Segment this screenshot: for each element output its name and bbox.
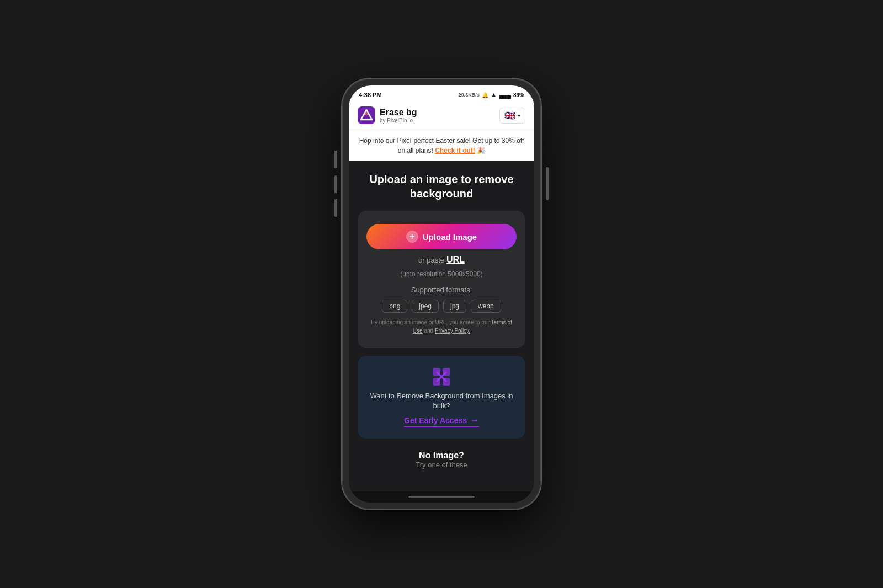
app-name: Erase bg bbox=[380, 108, 417, 117]
early-access-label: Get Early Access bbox=[404, 416, 467, 425]
or-paste-text: or paste bbox=[418, 256, 444, 264]
upload-card: + Upload Image or paste URL (upto resolu… bbox=[358, 211, 525, 348]
network-info: 29.3KB/s bbox=[459, 92, 480, 98]
status-bar: 4:38 PM 29.3KB/s 🔔 ▲ ▄▄▄ 89% bbox=[349, 85, 534, 102]
bluetooth-icon: ▲ bbox=[491, 91, 497, 99]
status-icons: 29.3KB/s 🔔 ▲ ▄▄▄ 89% bbox=[459, 91, 524, 99]
phone-screen: 4:38 PM 29.3KB/s 🔔 ▲ ▄▄▄ 89% bbox=[349, 85, 534, 503]
terms-intro: By uploading an image or URL, you agree … bbox=[371, 319, 490, 325]
terms-and: and bbox=[424, 328, 434, 334]
or-paste-row: or paste URL bbox=[418, 255, 465, 265]
main-content: Upload an image to remove background + U… bbox=[349, 161, 534, 491]
home-bar bbox=[408, 496, 475, 498]
status-time: 4:38 PM bbox=[359, 92, 382, 98]
logo-area: Erase bg by PixelBin.io bbox=[358, 106, 417, 124]
promo-banner: Hop into our Pixel-perfect Easter sale! … bbox=[349, 130, 534, 161]
format-jpeg: jpeg bbox=[412, 300, 439, 313]
format-png: png bbox=[382, 300, 407, 313]
bulk-icon bbox=[432, 367, 451, 387]
format-jpg: jpg bbox=[443, 300, 466, 313]
resolution-text: (upto resolution 5000x5000) bbox=[400, 270, 482, 278]
alarm-icon: 🔔 bbox=[482, 92, 488, 98]
flag-icon: 🇬🇧 bbox=[504, 110, 515, 121]
logo-text: Erase bg by PixelBin.io bbox=[380, 108, 417, 124]
promo-link[interactable]: Check it out! bbox=[435, 147, 475, 154]
format-webp: webp bbox=[471, 300, 501, 313]
try-text: Try one of these bbox=[358, 461, 525, 469]
signal-icon: ▄▄▄ bbox=[499, 92, 511, 98]
url-link[interactable]: URL bbox=[446, 255, 465, 265]
language-selector[interactable]: 🇬🇧 ▾ bbox=[499, 108, 525, 124]
battery-icon: 89% bbox=[513, 92, 524, 98]
arrow-right-icon: → bbox=[470, 415, 479, 425]
app-by: by PixelBin.io bbox=[380, 117, 417, 124]
phone-frame: 4:38 PM 29.3KB/s 🔔 ▲ ▄▄▄ 89% bbox=[342, 79, 541, 509]
no-image-title: No Image? bbox=[358, 451, 525, 461]
terms-text: By uploading an image or URL, you agree … bbox=[366, 318, 517, 335]
bulk-text: Want to Remove Background from Images in… bbox=[366, 391, 517, 411]
app-header: Erase bg by PixelBin.io 🇬🇧 ▾ bbox=[349, 102, 534, 130]
page-title: Upload an image to remove background bbox=[358, 170, 525, 203]
promo-emoji: 🎉 bbox=[477, 147, 485, 154]
bulk-section: Want to Remove Background from Images in… bbox=[358, 356, 525, 439]
plus-icon: + bbox=[406, 231, 418, 243]
upload-image-button[interactable]: + Upload Image bbox=[366, 224, 517, 249]
privacy-link[interactable]: Privacy Policy. bbox=[435, 328, 470, 334]
home-indicator bbox=[349, 491, 534, 503]
chevron-down-icon: ▾ bbox=[518, 113, 520, 119]
format-tags: png jpeg jpg webp bbox=[382, 300, 501, 313]
svg-point-2 bbox=[365, 112, 368, 115]
upload-button-label: Upload Image bbox=[423, 232, 477, 242]
app-logo-icon bbox=[358, 106, 375, 124]
no-image-section: No Image? Try one of these bbox=[358, 446, 525, 473]
early-access-button[interactable]: Get Early Access → bbox=[404, 415, 479, 427]
battery-text: 89% bbox=[513, 92, 524, 98]
supported-formats-label: Supported formats: bbox=[411, 286, 472, 294]
